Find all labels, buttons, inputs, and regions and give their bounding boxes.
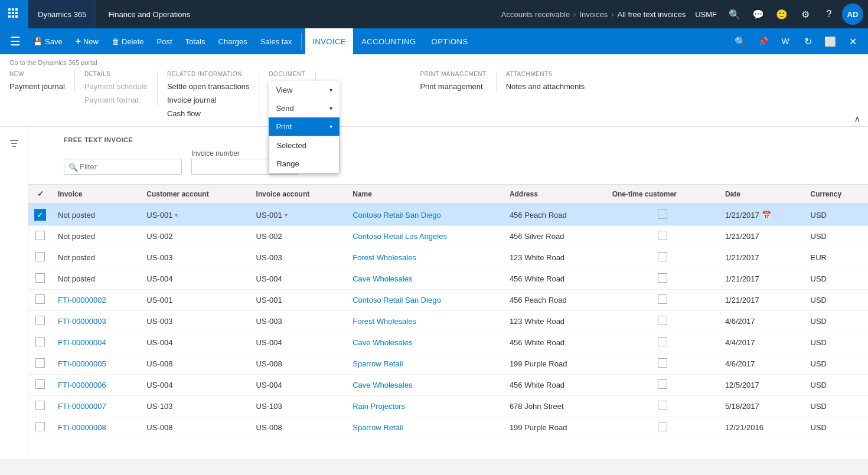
row-check-cell[interactable]: [28, 332, 52, 353]
filter-input[interactable]: [64, 159, 182, 175]
app-icon[interactable]: [0, 0, 28, 28]
charges-button[interactable]: Charges: [213, 31, 253, 52]
range-item[interactable]: Range: [269, 155, 339, 173]
one-time-checkbox[interactable]: [658, 316, 667, 325]
row-one-time-customer[interactable]: [606, 290, 719, 311]
checkbox-cell[interactable]: [35, 422, 45, 431]
table-row[interactable]: FTI-00000004US-004US-004Cave Wholesales4…: [28, 332, 868, 353]
row-invoice-account[interactable]: US-003: [250, 311, 347, 332]
row-check-cell[interactable]: [28, 417, 52, 438]
popout-btn[interactable]: ⬜: [820, 31, 841, 52]
checkbox-cell[interactable]: [35, 294, 45, 304]
avatar[interactable]: AD: [842, 4, 863, 25]
row-customer-account[interactable]: US-008: [141, 417, 250, 438]
row-check-cell[interactable]: [28, 268, 52, 290]
row-check-cell[interactable]: [28, 247, 52, 268]
row-invoice[interactable]: Not posted: [52, 247, 141, 268]
invoice-link[interactable]: FTI-00000007: [58, 402, 106, 411]
one-time-checkbox[interactable]: [658, 273, 667, 283]
row-one-time-customer[interactable]: [606, 396, 719, 417]
send-item[interactable]: Send ▾: [269, 99, 340, 117]
table-row[interactable]: FTI-00000007US-103US-103Rain Projectors6…: [28, 396, 868, 417]
refresh-btn[interactable]: ↻: [797, 31, 818, 52]
col-invoice[interactable]: Invoice: [52, 185, 141, 204]
one-time-checkbox[interactable]: [658, 294, 667, 304]
row-customer-account[interactable]: US-004: [141, 375, 250, 396]
new-button[interactable]: + New: [70, 31, 105, 52]
table-row[interactable]: FTI-00000003US-003US-003Forest Wholesale…: [28, 311, 868, 332]
payment-journal-item[interactable]: Payment journal: [9, 81, 65, 92]
row-invoice[interactable]: FTI-00000003: [52, 311, 141, 332]
tab-invoice[interactable]: INVOICE: [305, 28, 353, 54]
row-check-cell[interactable]: [28, 375, 52, 396]
checkbox-cell[interactable]: [35, 273, 45, 283]
row-invoice-account[interactable]: US-002: [250, 226, 347, 247]
row-invoice[interactable]: FTI-00000007: [52, 396, 141, 417]
row-invoice[interactable]: FTI-00000005: [52, 353, 141, 375]
word-btn[interactable]: W: [775, 31, 796, 52]
row-check-cell[interactable]: ✓: [28, 204, 52, 226]
one-time-checkbox[interactable]: [658, 337, 667, 346]
tab-accounting[interactable]: ACCOUNTING: [354, 28, 423, 54]
col-customer-account[interactable]: Customer account: [141, 185, 250, 204]
table-row[interactable]: FTI-00000002US-001US-001Contoso Retail S…: [28, 290, 868, 311]
row-invoice-account[interactable]: US-008: [250, 417, 347, 438]
table-row[interactable]: FTI-00000006US-004US-004Cave Wholesales4…: [28, 375, 868, 396]
table-row[interactable]: FTI-00000005US-008US-008Sparrow Retail19…: [28, 353, 868, 375]
calendar-icon[interactable]: 📅: [762, 211, 771, 220]
row-one-time-customer[interactable]: [606, 247, 719, 268]
selected-item[interactable]: Selected: [269, 136, 339, 155]
invoice-journal-item[interactable]: Invoice journal: [167, 94, 217, 106]
row-invoice-account[interactable]: US-008: [250, 353, 347, 375]
row-invoice-account[interactable]: US-004: [250, 375, 347, 396]
delete-button[interactable]: 🗑 Delete: [106, 31, 150, 52]
row-customer-account[interactable]: US-001▾: [141, 204, 250, 226]
breadcrumb-invoices[interactable]: Invoices: [580, 10, 608, 19]
checkbox-cell[interactable]: [35, 401, 45, 410]
notes-attachments-item[interactable]: Notes and attachments: [506, 81, 585, 92]
col-date[interactable]: Date: [719, 185, 805, 204]
row-customer-account[interactable]: US-001: [141, 290, 250, 311]
totals-button[interactable]: Totals: [180, 31, 211, 52]
table-row[interactable]: Not postedUS-003US-003Forest Wholesales1…: [28, 247, 868, 268]
row-invoice-account[interactable]: US-103: [250, 396, 347, 417]
search-cmd-btn[interactable]: 🔍: [730, 31, 751, 52]
row-customer-account[interactable]: US-004: [141, 268, 250, 290]
row-check-cell[interactable]: [28, 353, 52, 375]
one-time-checkbox[interactable]: [658, 252, 667, 261]
tab-options[interactable]: OPTIONS: [425, 28, 475, 54]
row-invoice[interactable]: Not posted: [52, 204, 141, 226]
row-customer-account[interactable]: US-004: [141, 332, 250, 353]
settings-icon-btn[interactable]: ⚙: [795, 4, 816, 25]
row-check-cell[interactable]: [28, 396, 52, 417]
customer-dropdown[interactable]: US-001▾: [146, 211, 244, 220]
sidebar-filter-icon[interactable]: [2, 132, 26, 155]
checkbox-cell[interactable]: [35, 337, 45, 346]
sales-tax-button[interactable]: Sales tax: [254, 31, 298, 52]
row-check-cell[interactable]: [28, 226, 52, 247]
row-invoice-account[interactable]: US-001: [250, 290, 347, 311]
row-one-time-customer[interactable]: [606, 417, 719, 438]
checkbox-cell[interactable]: [35, 316, 45, 325]
invoice-link[interactable]: FTI-00000003: [58, 317, 106, 326]
table-row[interactable]: Not postedUS-004US-004Cave Wholesales456…: [28, 268, 868, 290]
one-time-checkbox[interactable]: [658, 358, 667, 368]
invoice-link[interactable]: FTI-00000004: [58, 338, 106, 347]
row-customer-account[interactable]: US-103: [141, 396, 250, 417]
row-check-cell[interactable]: [28, 311, 52, 332]
invoice-link[interactable]: FTI-00000008: [58, 423, 106, 432]
row-one-time-customer[interactable]: [606, 226, 719, 247]
invoice-account-dropdown[interactable]: US-001▾: [256, 211, 341, 220]
row-invoice[interactable]: FTI-00000008: [52, 417, 141, 438]
row-invoice-account[interactable]: US-001▾: [250, 204, 347, 226]
col-one-time-customer[interactable]: One-time customer: [606, 185, 719, 204]
one-time-checkbox[interactable]: [658, 379, 667, 389]
row-customer-account[interactable]: US-008: [141, 353, 250, 375]
row-customer-account[interactable]: US-002: [141, 226, 250, 247]
row-one-time-customer[interactable]: [606, 311, 719, 332]
row-one-time-customer[interactable]: [606, 204, 719, 226]
cash-flow-item[interactable]: Cash flow: [167, 108, 201, 119]
one-time-checkbox[interactable]: [658, 231, 667, 240]
invoice-link[interactable]: FTI-00000002: [58, 296, 106, 304]
row-invoice[interactable]: FTI-00000006: [52, 375, 141, 396]
